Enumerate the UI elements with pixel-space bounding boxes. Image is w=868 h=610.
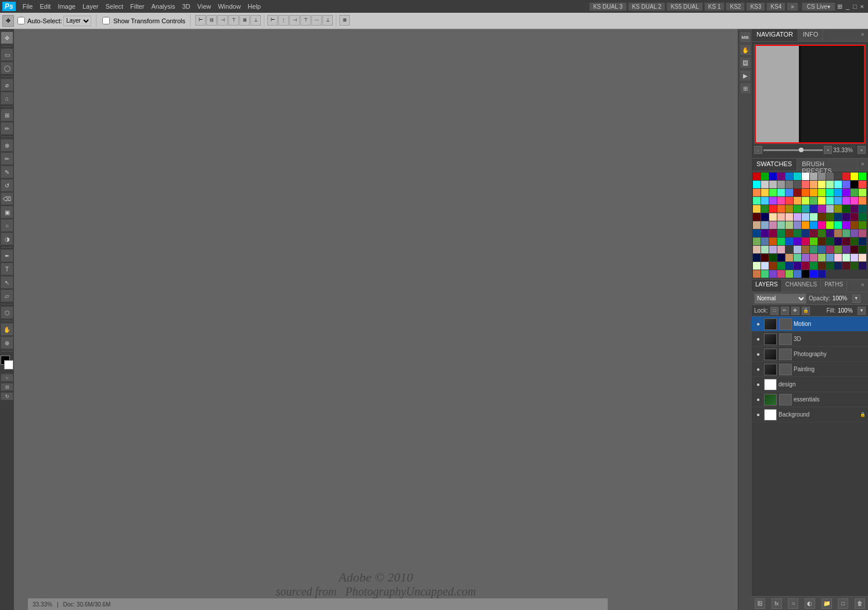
swatch-145[interactable] — [794, 254, 801, 261]
link-layers-btn[interactable]: ⛓ — [755, 598, 765, 609]
layer-visibility-4[interactable]: ● — [754, 381, 762, 389]
swatch-129[interactable] — [777, 246, 785, 253]
swatch-65[interactable] — [826, 205, 834, 213]
image-icon[interactable]: 🖼 — [740, 57, 751, 69]
path-selection-tool[interactable]: ↖ — [1, 276, 13, 289]
swatch-50[interactable] — [818, 197, 826, 204]
lock-all-icon[interactable]: 🔒 — [802, 307, 810, 315]
swatch-46[interactable] — [785, 197, 793, 204]
swatch-18[interactable] — [785, 181, 793, 188]
swatch-166[interactable] — [851, 262, 858, 270]
swatch-40[interactable] — [851, 189, 858, 196]
swatch-169[interactable] — [761, 270, 769, 278]
swatch-168[interactable] — [753, 270, 761, 278]
swatch-12[interactable] — [851, 173, 858, 180]
menu-analysis[interactable]: Analysis — [148, 2, 179, 11]
layer-item-painting[interactable]: ●Painting — [752, 362, 868, 377]
menu-window[interactable]: Window — [214, 2, 244, 11]
swatch-59[interactable] — [777, 205, 785, 213]
marquee-rect-tool[interactable]: ▭ — [1, 48, 13, 61]
swatch-33[interactable] — [794, 189, 801, 196]
background-color[interactable] — [4, 360, 13, 369]
swatch-159[interactable] — [794, 262, 801, 270]
adjustment-layer-btn[interactable]: ◐ — [805, 598, 815, 609]
swatch-106[interactable] — [818, 229, 826, 237]
align-center-h[interactable]: ⊟ — [206, 15, 217, 26]
swatch-96[interactable] — [851, 221, 858, 229]
swatch-28[interactable] — [753, 189, 761, 196]
menu-view[interactable]: View — [194, 2, 215, 11]
swatch-9[interactable] — [826, 173, 834, 180]
swatch-136[interactable] — [834, 246, 842, 253]
pen-tool[interactable]: ✒ — [1, 249, 13, 262]
swatch-79[interactable] — [826, 213, 834, 221]
swatch-175[interactable] — [810, 270, 817, 278]
crop-tool[interactable]: ⊞ — [1, 109, 13, 121]
show-transform-checkbox[interactable] — [102, 17, 110, 24]
blur-tool[interactable]: ○ — [1, 219, 13, 232]
swatch-3[interactable] — [777, 173, 785, 180]
misc-icon[interactable]: ⊞ — [740, 82, 751, 94]
layer-item-photography[interactable]: ●Photography — [752, 347, 868, 362]
align-bottom[interactable]: ⊥ — [250, 15, 261, 26]
swatch-76[interactable] — [802, 213, 809, 221]
layer-item-essentials[interactable]: ●essentials — [752, 392, 868, 407]
swatch-14[interactable] — [753, 181, 761, 188]
swatch-78[interactable] — [818, 213, 826, 221]
brush-tool[interactable]: ✏ — [1, 152, 13, 165]
swatch-99[interactable] — [761, 229, 769, 237]
menu-image[interactable]: Image — [54, 2, 79, 11]
auto-select-dropdown[interactable]: Layer — [63, 16, 91, 26]
swatch-71[interactable] — [761, 213, 769, 221]
swatch-155[interactable] — [761, 262, 769, 270]
swatch-161[interactable] — [810, 262, 817, 270]
auto-select-checkbox[interactable] — [17, 17, 25, 24]
swatch-118[interactable] — [802, 238, 809, 245]
swatch-58[interactable] — [769, 205, 777, 213]
swatch-74[interactable] — [785, 213, 793, 221]
swatch-83[interactable] — [859, 213, 866, 221]
swatch-27[interactable] — [859, 181, 866, 188]
tab-layers[interactable]: LAYERS — [752, 279, 782, 292]
swatch-133[interactable] — [810, 246, 817, 253]
swatch-52[interactable] — [834, 197, 842, 204]
ws-ks-dual2[interactable]: KS DUAL 2 — [628, 2, 666, 11]
swatch-92[interactable] — [818, 221, 826, 229]
swatch-81[interactable] — [842, 213, 850, 221]
shape-tool[interactable]: ▱ — [1, 289, 13, 302]
swatch-97[interactable] — [859, 221, 866, 229]
swatch-68[interactable] — [851, 205, 858, 213]
zoom-tool[interactable]: ⊕ — [1, 336, 13, 349]
swatches-close[interactable]: × — [858, 159, 868, 171]
menu-filter[interactable]: Filter — [127, 2, 148, 11]
swatch-148[interactable] — [818, 254, 826, 261]
zoom-in-btn[interactable]: + — [824, 146, 832, 154]
ws-ks3[interactable]: KS3 — [746, 2, 765, 11]
layer-visibility-0[interactable]: ● — [754, 320, 762, 328]
swatch-160[interactable] — [802, 262, 809, 270]
swatch-13[interactable] — [859, 173, 866, 180]
opacity-arrow[interactable]: ▼ — [852, 295, 860, 303]
swatch-134[interactable] — [818, 246, 826, 253]
swatch-164[interactable] — [834, 262, 842, 270]
swatch-85[interactable] — [761, 221, 769, 229]
swatch-38[interactable] — [834, 189, 842, 196]
swatch-173[interactable] — [794, 270, 801, 278]
swatch-157[interactable] — [777, 262, 785, 270]
swatch-141[interactable] — [761, 254, 769, 261]
swatch-152[interactable] — [851, 254, 858, 261]
swatch-10[interactable] — [834, 173, 842, 180]
swatch-102[interactable] — [785, 229, 793, 237]
swatch-132[interactable] — [802, 246, 809, 253]
marquee-ell-tool[interactable]: ◯ — [1, 62, 13, 74]
swatch-172[interactable] — [785, 270, 793, 278]
swatch-2[interactable] — [769, 173, 777, 180]
tab-brush-presets[interactable]: BRUSH PRESETS — [797, 159, 857, 171]
distribute-left[interactable]: ⊢ — [267, 15, 278, 26]
swatch-25[interactable] — [842, 181, 850, 188]
navigator-close[interactable]: × — [858, 29, 868, 41]
swatch-17[interactable] — [777, 181, 785, 188]
swatch-32[interactable] — [785, 189, 793, 196]
swatch-70[interactable] — [753, 213, 761, 221]
hand-icon[interactable]: ✋ — [740, 44, 751, 56]
